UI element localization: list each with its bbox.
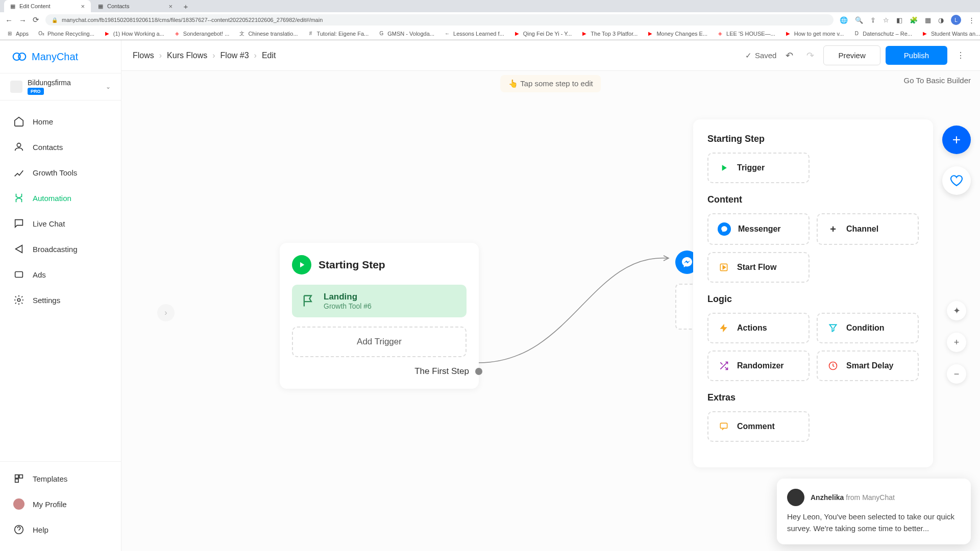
reload-button[interactable]: ⟳	[33, 15, 39, 24]
sidebar-item-automation[interactable]: Automation	[0, 185, 121, 211]
undo-button[interactable]: ↶	[781, 50, 797, 61]
bookmark-item[interactable]: ⊞Apps	[6, 30, 29, 37]
chat-message: Hey Leon, You've been selected to take o…	[787, 511, 961, 534]
browser-tab[interactable]: ▦ Contacts ×	[92, 0, 179, 12]
redo-button[interactable]: ↷	[802, 50, 818, 61]
star-icon[interactable]: ☆	[883, 16, 889, 24]
add-step-fab[interactable]: +	[942, 126, 971, 154]
close-icon[interactable]: ×	[81, 3, 85, 10]
landing-title: Landing	[324, 292, 372, 302]
option-randomizer[interactable]: Randomizer	[707, 350, 810, 381]
sidebar-item-growth-tools[interactable]: Growth Tools	[0, 160, 121, 185]
auto-arrange-button[interactable]: ✦	[947, 301, 966, 320]
crumb[interactable]: Flows	[133, 51, 154, 60]
extension-icon[interactable]: ◑	[938, 16, 944, 24]
url-input[interactable]: 🔒 manychat.com/fb19815020819206118/cms/f…	[45, 14, 834, 26]
bookmark-item[interactable]: ▶How to get more v...	[785, 30, 844, 37]
zoom-icon[interactable]: 🔍	[855, 16, 863, 24]
forward-button[interactable]: →	[19, 16, 27, 24]
close-icon[interactable]: ×	[168, 3, 173, 10]
extension-icon[interactable]: ▦	[925, 16, 931, 24]
broadcast-icon	[13, 243, 24, 255]
bookmark-item[interactable]: ▶Student Wants an...	[921, 30, 980, 37]
bookmark-item[interactable]: ◈Sonderangebot! ...	[174, 30, 230, 37]
basic-builder-link[interactable]: Go To Basic Builder	[904, 76, 971, 85]
step-palette: Starting Step Trigger Content Messenger …	[693, 119, 933, 467]
translate-icon[interactable]: 🌐	[840, 16, 848, 24]
sidebar-item-broadcasting[interactable]: Broadcasting	[0, 236, 121, 262]
bookmark-item[interactable]: ▶The Top 3 Platfor...	[581, 30, 638, 37]
option-condition[interactable]: Condition	[817, 313, 919, 343]
chevron-down-icon: ⌄	[106, 83, 111, 90]
menu-icon[interactable]: ⋮	[968, 16, 975, 24]
templates-icon	[13, 473, 24, 484]
new-tab-button[interactable]: +	[180, 2, 192, 11]
plus-icon: +	[827, 223, 839, 235]
help-icon	[13, 524, 24, 535]
gear-icon	[13, 294, 24, 306]
profile-avatar[interactable]: L	[951, 15, 961, 25]
bookmark-item[interactable]: GGMSN - Vologda...	[378, 30, 434, 37]
bookmark-item[interactable]: O₂Phone Recycling...	[38, 30, 94, 37]
toolbar-icons: 🌐 🔍 ⇪ ☆ ◧ 🧩 ▦ ◑ L ⋮	[840, 15, 975, 25]
starting-step-card[interactable]: Starting Step Landing Growth Tool #6 Add…	[280, 243, 479, 389]
first-step-output[interactable]: The First Step	[292, 366, 467, 377]
bookmark-item[interactable]: ▶Qing Fei De Yi - Y...	[513, 30, 572, 37]
sidebar-item-templates[interactable]: Templates	[0, 466, 121, 491]
bookmark-item[interactable]: DDatenschutz – Re...	[853, 30, 912, 37]
sidebar-item-home[interactable]: Home	[0, 109, 121, 134]
sidebar-item-settings[interactable]: Settings	[0, 287, 121, 313]
zoom-out-button[interactable]: −	[947, 364, 966, 384]
browser-tab-active[interactable]: ▦ Edit Content ×	[4, 0, 91, 12]
carousel-prev-button[interactable]: ›	[157, 304, 175, 321]
tab-title: Edit Content	[19, 3, 51, 9]
connector-handle[interactable]	[475, 368, 482, 375]
landing-trigger[interactable]: Landing Growth Tool #6	[292, 285, 467, 317]
crumb[interactable]: Kurs Flows	[167, 51, 207, 60]
url-text: manychat.com/fb19815020819206118/cms/fil…	[62, 17, 323, 23]
more-menu-button[interactable]: ⋮	[952, 46, 969, 64]
svg-point-1	[18, 53, 26, 60]
account-selector[interactable]: Bildungsfirma PRO ⌄	[0, 73, 121, 101]
option-start-flow[interactable]: Start Flow	[707, 252, 810, 283]
option-comment[interactable]: Comment	[707, 411, 810, 442]
pro-badge: PRO	[28, 88, 44, 95]
flow-canvas[interactable]: › Starting Step Landing Growth Tool #6 A…	[121, 90, 980, 551]
sidebar-item-live-chat[interactable]: Live Chat	[0, 211, 121, 236]
browser-chrome: ▦ Edit Content × ▦ Contacts × + ← → ⟳ 🔒 …	[0, 0, 980, 40]
bookmark-item[interactable]: ◈LEE 'S HOUSE—...	[717, 30, 775, 37]
floating-toolbar: + ✦ + −	[942, 126, 971, 384]
address-bar: ← → ⟳ 🔒 manychat.com/fb19815020819206118…	[0, 12, 980, 28]
favorite-fab[interactable]	[942, 166, 971, 195]
chat-popup[interactable]: Anzhelika from ManyChat Hey Leon, You've…	[777, 479, 971, 544]
logo[interactable]: ManyChat	[0, 49, 121, 73]
option-channel[interactable]: + Channel	[817, 213, 919, 245]
bookmark-item[interactable]: ←Lessons Learned f...	[444, 30, 504, 37]
sidebar-item-ads[interactable]: Ads	[0, 262, 121, 287]
option-trigger[interactable]: Trigger	[707, 153, 810, 183]
add-trigger-button[interactable]: Add Trigger	[292, 327, 467, 357]
puzzle-icon[interactable]: 🧩	[910, 16, 918, 24]
option-messenger[interactable]: Messenger	[707, 213, 810, 245]
extension-icon[interactable]: ◧	[896, 16, 902, 24]
publish-button[interactable]: Publish	[886, 46, 947, 65]
sidebar-item-contacts[interactable]: Contacts	[0, 134, 121, 160]
tab-favicon: ▦	[98, 3, 103, 10]
preview-button[interactable]: Preview	[823, 45, 880, 65]
zoom-in-button[interactable]: +	[947, 333, 966, 352]
bookmark-item[interactable]: #Tutorial: Eigene Fa...	[307, 30, 369, 37]
crumb[interactable]: Flow #3	[220, 51, 249, 60]
chat-sender: Anzhelika from ManyChat	[811, 493, 895, 502]
saved-status: ✓Saved	[745, 51, 777, 60]
sidebar-item-profile[interactable]: My Profile	[0, 491, 121, 517]
option-smart-delay[interactable]: Smart Delay	[817, 350, 919, 381]
section-extras: Extras	[707, 392, 919, 403]
back-button[interactable]: ←	[5, 16, 13, 24]
sidebar-item-help[interactable]: Help	[0, 517, 121, 542]
bookmark-item[interactable]: ▶(1) How Working a...	[104, 30, 164, 37]
bookmark-item[interactable]: ▶Money Changes E...	[647, 30, 707, 37]
play-icon	[718, 162, 730, 174]
bookmark-item[interactable]: 文Chinese translatio...	[238, 30, 298, 37]
share-icon[interactable]: ⇪	[870, 16, 876, 24]
option-actions[interactable]: Actions	[707, 313, 810, 343]
